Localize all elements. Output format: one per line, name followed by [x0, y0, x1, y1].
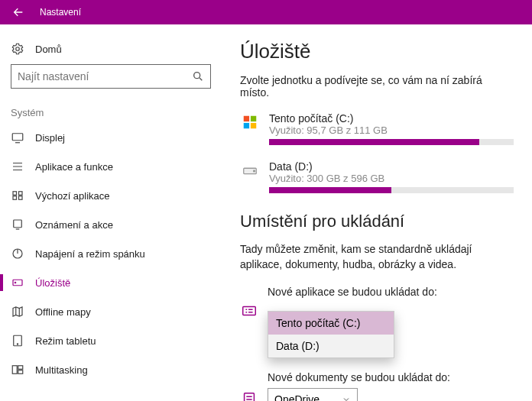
page-lead: Zvolte jednotku a podívejte se, co vám n…: [240, 74, 514, 99]
drive-progress: [269, 187, 514, 193]
default-apps-icon: [11, 189, 24, 202]
sidebar-item-label: Výchozí aplikace: [35, 190, 110, 202]
sidebar-item-label: Displej: [35, 132, 65, 144]
svg-rect-5: [13, 196, 17, 200]
svg-rect-13: [12, 366, 17, 374]
sidebar-item-default-apps[interactable]: Výchozí aplikace: [0, 181, 222, 210]
sidebar-group-label: Systém: [0, 99, 222, 123]
sidebar-item-label: Multitasking: [35, 364, 88, 376]
main-content: Úložiště Zvolte jednotku a podívejte se,…: [222, 24, 532, 401]
svg-rect-3: [13, 192, 17, 196]
sidebar-item-tablet-mode[interactable]: Režim tabletu: [0, 326, 222, 355]
drive-name: Tento počítač (C:): [269, 112, 514, 125]
selection-indicator: [0, 274, 3, 291]
svg-rect-18: [244, 123, 249, 128]
tablet-icon: [11, 334, 24, 348]
sidebar-item-storage[interactable]: Úložiště: [0, 268, 222, 297]
svg-point-21: [254, 170, 255, 172]
svg-rect-4: [19, 192, 23, 196]
sidebar-item-label: Úložiště: [35, 277, 70, 289]
svg-rect-19: [251, 123, 256, 128]
sidebar: Domů Systém Displej Aplikace a funkce Vý…: [0, 24, 222, 401]
save-locations-heading: Umístění pro ukládání: [240, 212, 514, 231]
page-title: Úložiště: [240, 40, 514, 63]
power-icon: [11, 247, 24, 260]
drive-progress: [269, 139, 514, 145]
notifications-icon: [11, 218, 24, 231]
system-drive-icon: [240, 112, 260, 145]
drive-row[interactable]: Data (D:) Využito: 300 GB z 596 GB: [240, 160, 514, 193]
sidebar-item-apps[interactable]: Aplikace a funkce: [0, 152, 222, 181]
svg-point-10: [15, 282, 16, 283]
window-title: Nastavení: [37, 7, 81, 18]
save-field-label: Nové dokumenty se budou ukládat do:: [268, 371, 514, 383]
svg-rect-22: [243, 307, 256, 315]
chevron-down-icon: [342, 395, 351, 401]
gear-icon: [11, 42, 24, 56]
sidebar-item-label: Aplikace a funkce: [35, 161, 113, 173]
select-value: OneDrive: [274, 393, 320, 401]
save-field-label: Nové aplikace se budou ukládat do:: [268, 286, 514, 298]
dropdown-option[interactable]: Data (D:): [268, 335, 394, 357]
search-icon: [192, 70, 204, 82]
map-icon: [11, 305, 24, 319]
sidebar-home[interactable]: Domů: [0, 34, 222, 64]
search-input[interactable]: [18, 70, 192, 82]
drive-usage: Využito: 95,7 GB z 111 GB: [269, 125, 514, 136]
svg-rect-7: [14, 220, 22, 228]
svg-point-0: [16, 47, 20, 51]
drive-usage: Využito: 300 GB z 596 GB: [269, 173, 514, 184]
apps-save-icon: [240, 302, 258, 319]
svg-rect-2: [12, 134, 23, 141]
sidebar-item-multitasking[interactable]: Multitasking: [0, 355, 222, 384]
sidebar-item-label: Režim tabletu: [35, 335, 96, 347]
drive-name: Data (D:): [269, 160, 514, 173]
sidebar-item-display[interactable]: Displej: [0, 123, 222, 152]
back-button[interactable]: [0, 0, 37, 24]
sidebar-item-label: Offline mapy: [35, 306, 91, 318]
data-drive-icon: [240, 160, 260, 193]
sidebar-home-label: Domů: [35, 44, 62, 55]
sidebar-item-notifications[interactable]: Oznámení a akce: [0, 210, 222, 239]
sidebar-item-power[interactable]: Napájení a režim spánku: [0, 239, 222, 268]
svg-rect-6: [19, 196, 23, 200]
sidebar-item-offline-maps[interactable]: Offline mapy: [0, 297, 222, 326]
drive-row[interactable]: Tento počítač (C:) Využito: 95,7 GB z 11…: [240, 112, 514, 145]
svg-rect-16: [244, 116, 249, 121]
svg-point-1: [194, 73, 200, 79]
multitasking-icon: [11, 363, 24, 377]
svg-rect-14: [18, 366, 23, 370]
documents-save-icon: [240, 391, 258, 401]
dropdown-list: Tento počítač (C:) Data (D:): [268, 311, 394, 358]
search-input-wrap[interactable]: [11, 64, 211, 89]
display-icon: [11, 131, 24, 144]
svg-rect-15: [18, 370, 23, 374]
apps-icon: [11, 160, 24, 173]
titlebar: Nastavení: [0, 0, 532, 24]
save-locations-helper: Tady můžete změnit, kam se standardně uk…: [240, 242, 514, 272]
svg-rect-17: [251, 116, 256, 121]
drive-progress-fill: [269, 139, 479, 145]
sidebar-item-label: Napájení a režim spánku: [35, 248, 145, 260]
sidebar-item-label: Oznámení a akce: [35, 219, 113, 231]
dropdown-option[interactable]: Tento počítač (C:): [268, 312, 394, 335]
drive-progress-fill: [269, 187, 391, 193]
svg-point-12: [17, 344, 18, 344]
documents-save-select[interactable]: OneDrive: [268, 388, 358, 401]
storage-icon: [11, 276, 24, 289]
